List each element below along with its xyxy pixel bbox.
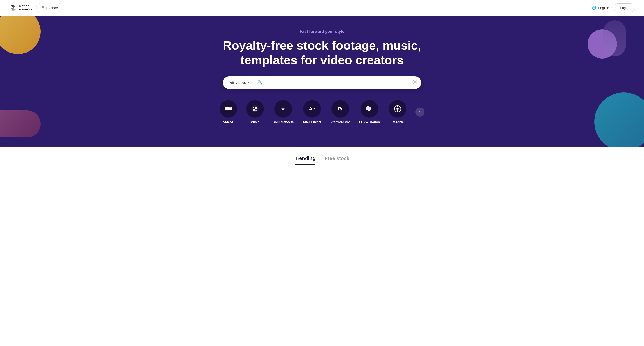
svg-point-0 — [413, 80, 417, 84]
after-effects-icon: Ae — [303, 100, 321, 118]
category-videos[interactable]: Videos — [220, 100, 237, 124]
globe-icon: 🌐 — [592, 5, 596, 10]
chevron-down-icon: ▾ — [248, 81, 249, 84]
svg-rect-10 — [366, 107, 372, 110]
premiere-pro-label: Premiere Pro — [330, 120, 350, 124]
logo-icon — [9, 4, 17, 12]
logo-motion-text: motion — [19, 4, 32, 8]
logo-text: motion elements — [19, 4, 32, 11]
svg-rect-11 — [367, 106, 368, 107]
sound-effects-icon — [274, 100, 292, 118]
videos-icon — [220, 100, 237, 118]
video-icon: 📹 — [230, 81, 234, 84]
svg-rect-3 — [225, 107, 230, 110]
search-input[interactable] — [265, 81, 410, 84]
tabs-section: Trending Free stock — [0, 146, 644, 165]
next-arrow-button[interactable]: › — [416, 107, 424, 116]
shape-yellow — [0, 16, 40, 54]
svg-rect-12 — [368, 106, 370, 107]
camera-search-icon-button[interactable] — [410, 78, 420, 87]
language-button[interactable]: 🌐 English — [592, 5, 609, 10]
svg-rect-13 — [368, 110, 370, 111]
explore-label: Explore — [46, 6, 58, 10]
logo[interactable]: motion elements — [9, 4, 32, 12]
music-label: Music — [250, 120, 260, 124]
tabs-row: Trending Free stock — [9, 156, 635, 165]
navbar: motion elements ☰ Explore 🌐 English Logi… — [0, 0, 644, 16]
category-music[interactable]: Music — [246, 100, 264, 124]
category-premiere-pro[interactable]: Pr Premiere Pro — [330, 100, 350, 124]
search-type-button[interactable]: 📹 Videos ▾ — [226, 79, 253, 86]
fcp-motion-icon — [360, 100, 378, 118]
sound-effects-label: Sound effects — [273, 120, 294, 124]
category-sound-effects[interactable]: Sound effects — [273, 100, 294, 124]
navbar-right: 🌐 English Login — [592, 3, 635, 12]
explore-button[interactable]: ☰ Explore — [36, 3, 63, 12]
svg-point-15 — [396, 108, 399, 110]
svg-point-1 — [414, 81, 416, 83]
resolve-icon — [389, 100, 406, 118]
logo-elements-text: elements — [19, 8, 32, 11]
hamburger-icon: ☰ — [41, 6, 44, 10]
svg-marker-4 — [230, 107, 232, 110]
search-container: 📹 Videos ▾ 🔍 — [223, 76, 421, 89]
login-button[interactable]: Login — [614, 3, 635, 12]
music-icon — [246, 100, 264, 118]
hero-title: Royalty-free stock footage, music, templ… — [220, 38, 424, 67]
fcp-motion-label: FCP & Motion — [359, 120, 380, 124]
hero-subtitle: Fast forward your style — [9, 29, 635, 34]
hero-section: Fast forward your style Royalty-free sto… — [0, 16, 644, 146]
navbar-left: motion elements ☰ Explore — [9, 3, 63, 12]
tab-free-stock[interactable]: Free stock — [324, 156, 349, 165]
category-after-effects[interactable]: Ae After Effects — [302, 100, 321, 124]
tab-trending[interactable]: Trending — [295, 156, 316, 165]
svg-point-9 — [279, 105, 287, 113]
resolve-label: Resolve — [392, 120, 404, 124]
category-fcp-motion[interactable]: FCP & Motion — [359, 100, 380, 124]
videos-label: Videos — [223, 120, 234, 124]
camera-icon — [412, 80, 417, 84]
categories-row: Videos Music So — [9, 100, 635, 124]
category-resolve[interactable]: Resolve — [389, 100, 406, 124]
after-effects-label: After Effects — [302, 120, 321, 124]
svg-rect-2 — [416, 81, 416, 82]
search-icon-button[interactable]: 🔍 — [255, 78, 265, 87]
search-bar: 📹 Videos ▾ 🔍 — [223, 76, 421, 89]
premiere-pro-icon: Pr — [332, 100, 349, 118]
shape-purple-rect — [604, 20, 626, 56]
search-type-label: Videos — [236, 81, 246, 84]
language-label: English — [598, 6, 609, 10]
